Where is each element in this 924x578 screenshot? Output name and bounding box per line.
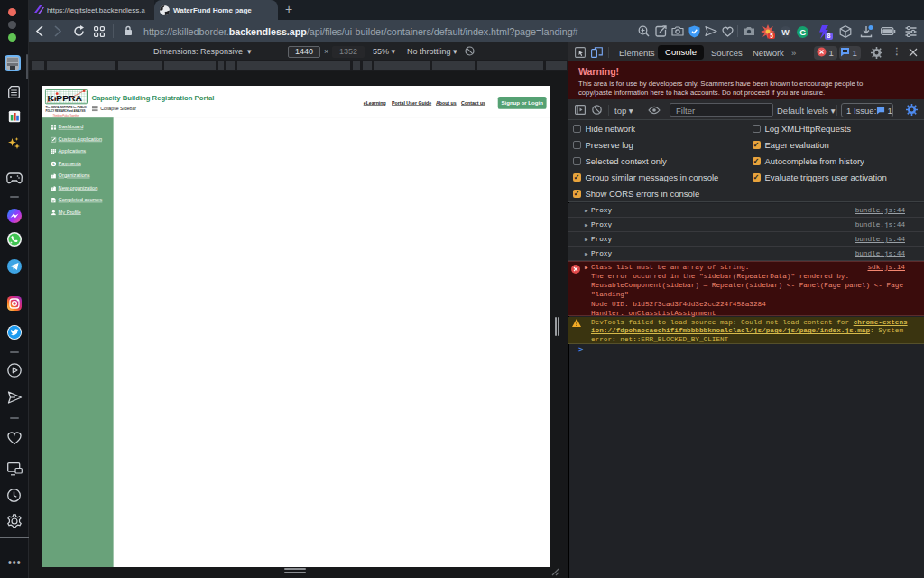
svg-text:KiPPRA: KiPPRA: [47, 94, 81, 103]
svg-text:G: G: [799, 28, 806, 37]
svg-text:The KENYA INSTITUTE for PUBLIC: The KENYA INSTITUTE for PUBLIC: [46, 106, 87, 109]
svg-text:POLICY RESEARCH and ANALYSIS: POLICY RESEARCH and ANALYSIS: [46, 109, 86, 113]
svg-text:W: W: [781, 28, 790, 37]
svg-text:5: 5: [770, 33, 773, 39]
svg-text:8: 8: [827, 33, 831, 39]
